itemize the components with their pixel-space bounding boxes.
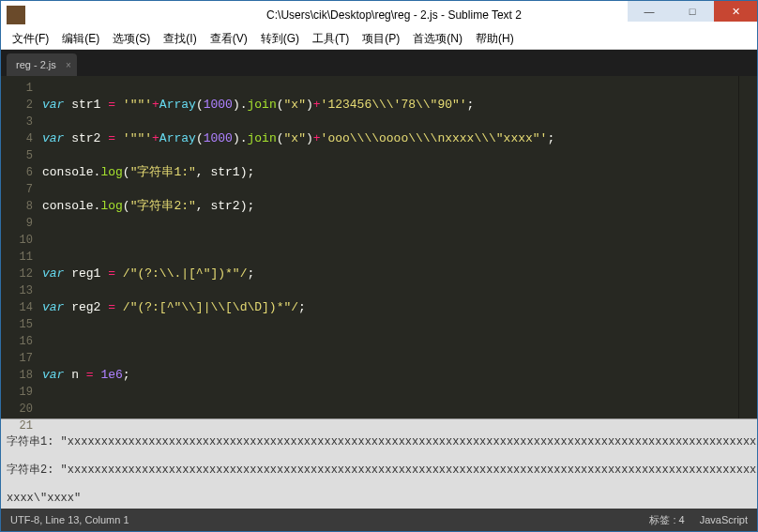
editor-area[interactable]: 1 2 3 4 5 6 7 8 9 10 11 12 13 14 15 16 1… — [1, 76, 757, 418]
gutter-line: 8 — [1, 198, 33, 215]
gutter-line: 21 — [1, 418, 33, 434]
tab-label: reg - 2.js — [16, 59, 56, 70]
gutter-line: 6 — [1, 164, 33, 181]
gutter-line: 3 — [1, 114, 33, 130]
gutter-line: 18 — [1, 367, 33, 384]
menu-view[interactable]: 查看(V) — [205, 31, 253, 47]
output-line: 字符串2: "xxxxxxxxxxxxxxxxxxxxxxxxxxxxxxxxx… — [7, 464, 751, 478]
gutter-line: 5 — [1, 147, 33, 164]
gutter-line: 20 — [1, 401, 33, 418]
minimize-button[interactable]: — — [628, 1, 671, 22]
status-encoding-pos[interactable]: UTF-8, Line 13, Column 1 — [10, 514, 634, 525]
menu-selection[interactable]: 选项(S) — [107, 31, 156, 47]
gutter-line: 14 — [1, 299, 33, 316]
menu-help[interactable]: 帮助(H) — [470, 31, 520, 47]
tab-close-icon[interactable]: × — [66, 60, 71, 70]
menu-find[interactable]: 查找(I) — [158, 31, 202, 47]
menu-goto[interactable]: 转到(G) — [255, 31, 305, 47]
status-indent[interactable]: 标签 : 4 — [649, 513, 684, 527]
maximize-button[interactable]: □ — [671, 1, 714, 22]
close-button[interactable]: ✕ — [714, 1, 757, 22]
gutter-line: 15 — [1, 316, 33, 333]
gutter-line: 12 — [1, 266, 33, 282]
menu-project[interactable]: 项目(P) — [356, 31, 405, 47]
gutter-line: 13 — [1, 282, 33, 299]
code-content[interactable]: var str1 = '""'+Array(1000).join("x")+'1… — [38, 76, 738, 418]
status-syntax[interactable]: JavaScript — [700, 514, 748, 525]
menu-preferences[interactable]: 首选项(N) — [407, 31, 468, 47]
output-line: 字符串1: "xxxxxxxxxxxxxxxxxxxxxxxxxxxxxxxxx… — [7, 435, 751, 449]
minimap[interactable] — [738, 76, 757, 418]
gutter-line: 11 — [1, 249, 33, 266]
output-line: xxxx\"xxxx" — [7, 492, 751, 506]
build-output[interactable]: 字符串1: "xxxxxxxxxxxxxxxxxxxxxxxxxxxxxxxxx… — [1, 418, 757, 509]
line-gutter: 1 2 3 4 5 6 7 8 9 10 11 12 13 14 15 16 1… — [1, 76, 38, 418]
file-tab[interactable]: reg - 2.js × — [7, 53, 77, 76]
gutter-line: 1 — [1, 80, 33, 97]
gutter-line: 17 — [1, 350, 33, 367]
gutter-line: 2 — [1, 97, 33, 114]
gutter-line: 16 — [1, 333, 33, 350]
menu-tools[interactable]: 工具(T) — [307, 31, 355, 47]
titlebar[interactable]: C:\Users\cik\Desktop\reg\reg - 2.js - Su… — [1, 1, 757, 29]
gutter-line: 10 — [1, 232, 33, 249]
app-icon — [7, 6, 25, 24]
gutter-line: 4 — [1, 130, 33, 147]
gutter-line: 7 — [1, 181, 33, 198]
tabstrip: reg - 2.js × — [1, 50, 757, 76]
app-window: C:\Users\cik\Desktop\reg\reg - 2.js - Su… — [0, 0, 758, 532]
gutter-line: 19 — [1, 384, 33, 401]
menu-edit[interactable]: 编辑(E) — [56, 31, 105, 47]
editor-shell: reg - 2.js × 1 2 3 4 5 6 7 8 9 10 11 12 … — [1, 50, 757, 531]
statusbar: UTF-8, Line 13, Column 1 标签 : 4 JavaScri… — [1, 509, 757, 531]
menu-file[interactable]: 文件(F) — [7, 31, 54, 47]
gutter-line: 9 — [1, 215, 33, 232]
menubar: 文件(F) 编辑(E) 选项(S) 查找(I) 查看(V) 转到(G) 工具(T… — [1, 29, 757, 50]
window-controls: — □ ✕ — [628, 1, 757, 22]
